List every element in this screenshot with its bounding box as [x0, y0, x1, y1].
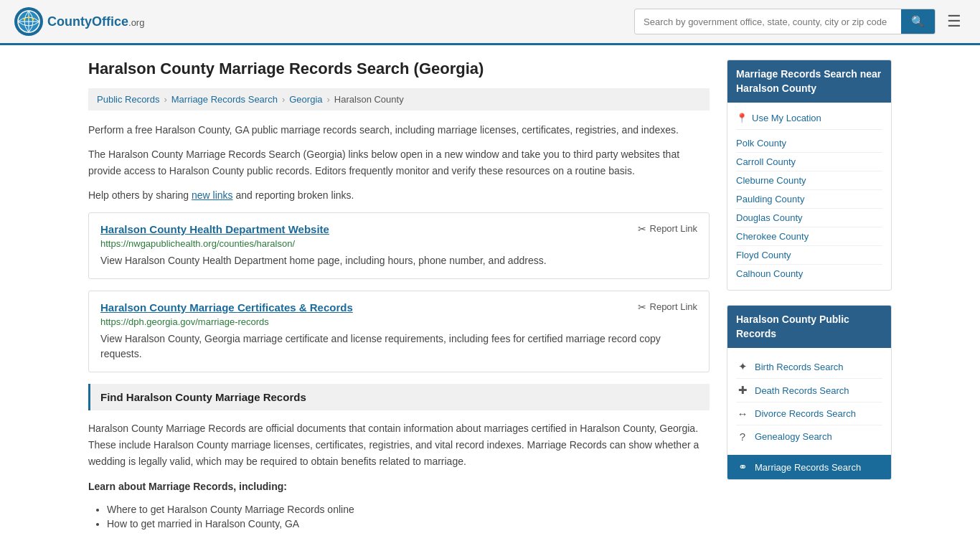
search-button[interactable]: 🔍: [901, 9, 935, 34]
result-url-2[interactable]: https://dph.georgia.gov/marriage-records: [100, 316, 697, 327]
new-links-link[interactable]: new links: [192, 189, 233, 201]
sidebar-floyd-county[interactable]: Floyd County: [736, 246, 882, 265]
desc-para-2: The Haralson County Marriage Records Sea…: [88, 146, 710, 179]
birth-records-icon: ✦: [736, 360, 749, 373]
breadcrumb-sep-1: ›: [164, 94, 166, 105]
sidebar: Marriage Records Search near Haralson Co…: [727, 60, 892, 532]
sidebar-cherokee-county[interactable]: Cherokee County: [736, 227, 882, 246]
logo-office: Office: [92, 14, 128, 29]
header-search-area: 🔍 ☰: [634, 8, 966, 35]
sidebar-birth-records[interactable]: ✦ Birth Records Search: [736, 355, 882, 379]
sidebar-genealogy[interactable]: ? Genealogy Search: [736, 425, 882, 448]
use-my-location-btn[interactable]: 📍 Use My Location: [736, 110, 882, 130]
divorce-records-link[interactable]: Divorce Records Search: [755, 408, 856, 419]
result-desc-1: View Haralson County Health Department h…: [100, 253, 697, 268]
sidebar-nearby-title: Marriage Records Search near Haralson Co…: [727, 60, 891, 103]
desc-para-3: Help others by sharing new links and rep…: [88, 187, 710, 203]
bullet-list: Where to get Haralson County Marriage Re…: [107, 504, 710, 529]
sidebar-polk-county[interactable]: Polk County: [736, 134, 882, 153]
result-title-1[interactable]: Haralson County Health Department Websit…: [100, 223, 329, 235]
svg-point-5: [32, 19, 34, 21]
result-desc-2: View Haralson County, Georgia marriage c…: [100, 331, 697, 362]
sidebar-marriage-records[interactable]: ⚭ Marriage Records Search: [727, 455, 891, 479]
result-item-2: Haralson County Marriage Certificates & …: [88, 291, 710, 372]
genealogy-icon: ?: [736, 430, 749, 443]
sidebar-carroll-county[interactable]: Carroll County: [736, 153, 882, 171]
menu-icon[interactable]: ☰: [943, 8, 966, 35]
report-link-1[interactable]: ✂ Report Link: [638, 223, 697, 235]
result-item-1: Haralson County Health Department Websit…: [88, 212, 710, 279]
pin-icon: 📍: [736, 113, 748, 123]
report-link-2[interactable]: ✂ Report Link: [638, 301, 697, 313]
result-title-row-1: Haralson County Health Department Websit…: [100, 223, 697, 235]
sidebar-nearby-box: Marriage Records Search near Haralson Co…: [727, 60, 892, 291]
find-section-body: Haralson County Marriage Records are off…: [88, 420, 710, 470]
breadcrumb-georgia[interactable]: Georgia: [289, 94, 322, 105]
breadcrumb-sep-2: ›: [282, 94, 285, 105]
desc3-pre: Help others by sharing: [88, 189, 192, 201]
svg-point-3: [24, 19, 26, 21]
breadcrumb-marriage-records[interactable]: Marriage Records Search: [171, 94, 278, 105]
sidebar-public-records-content: ✦ Birth Records Search ✚ Death Records S…: [727, 348, 891, 455]
sidebar-divorce-records[interactable]: ↔ Divorce Records Search: [736, 402, 882, 425]
result-url-1[interactable]: https://nwgapublichealth.org/counties/ha…: [100, 238, 697, 249]
marriage-records-link[interactable]: Marriage Records Search: [755, 462, 861, 473]
sidebar-public-records-title: Haralson County Public Records: [727, 306, 891, 348]
breadcrumb-current: Haralson County: [334, 94, 404, 105]
report-icon-1: ✂: [638, 223, 646, 235]
sidebar-paulding-county[interactable]: Paulding County: [736, 190, 882, 209]
desc-para-1: Perform a free Haralson County, GA publi…: [88, 122, 710, 138]
bullet-item-1: Where to get Haralson County Marriage Re…: [107, 504, 710, 515]
svg-point-4: [28, 17, 30, 19]
sidebar-calhoun-county[interactable]: Calhoun County: [736, 265, 882, 283]
breadcrumb: Public Records › Marriage Records Search…: [88, 88, 710, 110]
content-area: Haralson County Marriage Records Search …: [88, 60, 710, 532]
sidebar-death-records[interactable]: ✚ Death Records Search: [736, 379, 882, 402]
sidebar-nearby-content: 📍 Use My Location Polk County Carroll Co…: [727, 103, 891, 290]
report-label-2: Report Link: [650, 301, 697, 312]
search-input[interactable]: [635, 11, 901, 33]
result-title-2[interactable]: Haralson County Marriage Certificates & …: [100, 301, 353, 314]
marriage-records-icon: ⚭: [736, 461, 749, 474]
search-bar: 🔍: [634, 9, 936, 34]
breadcrumb-public-records[interactable]: Public Records: [97, 94, 159, 105]
breadcrumb-sep-3: ›: [327, 94, 330, 105]
death-records-link[interactable]: Death Records Search: [755, 385, 849, 396]
sidebar-public-records-box: Haralson County Public Records ✦ Birth R…: [727, 305, 892, 480]
report-label-1: Report Link: [650, 223, 697, 234]
page-title: Haralson County Marriage Records Search …: [88, 60, 710, 78]
logo-wordmark: CountyOffice.org: [47, 14, 144, 29]
result-title-row-2: Haralson County Marriage Certificates & …: [100, 301, 697, 314]
site-header: CountyOffice.org 🔍 ☰: [0, 0, 980, 45]
use-my-location-label: Use My Location: [752, 113, 821, 123]
divorce-records-icon: ↔: [736, 408, 749, 420]
report-icon-2: ✂: [638, 301, 646, 313]
find-section-learn: Learn about Marriage Records, including:: [88, 479, 710, 495]
logo[interactable]: CountyOffice.org: [14, 7, 144, 36]
logo-county: County: [47, 14, 92, 29]
birth-records-link[interactable]: Birth Records Search: [755, 362, 844, 372]
desc3-post: and reporting broken links.: [233, 189, 354, 201]
bullet-item-2: How to get married in Haralson County, G…: [107, 518, 710, 529]
sidebar-cleburne-county[interactable]: Cleburne County: [736, 171, 882, 190]
learn-heading: Learn about Marriage Records, including:: [88, 481, 287, 492]
sidebar-douglas-county[interactable]: Douglas County: [736, 209, 882, 227]
logo-domain: .org: [128, 17, 144, 28]
death-records-icon: ✚: [736, 384, 749, 397]
find-section-heading: Find Haralson County Marriage Records: [88, 384, 710, 410]
logo-icon: [14, 7, 43, 36]
main-container: Haralson County Marriage Records Search …: [74, 45, 906, 547]
genealogy-link[interactable]: Genealogy Search: [755, 431, 832, 442]
